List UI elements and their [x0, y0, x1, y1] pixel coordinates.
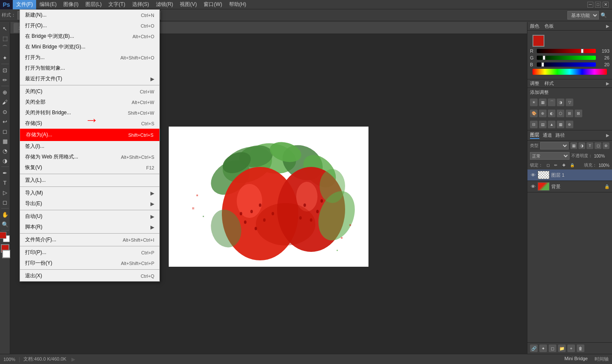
g-slider-track[interactable]: [537, 56, 596, 60]
tool-text[interactable]: T: [0, 178, 10, 187]
menu-place[interactable]: 置入(L)...: [20, 175, 159, 186]
tool-hand[interactable]: ✋: [0, 210, 10, 219]
filter-shape-icon[interactable]: ◻: [595, 142, 601, 149]
layer1-visibility-icon[interactable]: 👁: [530, 172, 536, 178]
menu-layer[interactable]: 图层(L): [82, 0, 105, 9]
menu-open-as[interactable]: 打开为... Alt+Shift+Ctrl+O: [20, 52, 159, 63]
menu-print[interactable]: 打印(P)... Ctrl+P: [20, 247, 159, 258]
color-boxes[interactable]: [0, 232, 10, 243]
r-slider-track[interactable]: [537, 49, 596, 53]
adj-colorbalance-icon[interactable]: ⊕: [539, 110, 547, 117]
tool-path-select[interactable]: ▷: [0, 188, 10, 197]
timeline-btn[interactable]: 时间轴: [595, 356, 609, 362]
menu-close[interactable]: 关闭(C) Ctrl+W: [20, 86, 159, 97]
menu-new[interactable]: 新建(N)... Ctrl+N: [20, 10, 159, 20]
spectrum-bar[interactable]: [533, 69, 607, 75]
mini-bridge-btn[interactable]: Mini Bridge: [564, 356, 588, 362]
menu-edit[interactable]: 编辑(E): [36, 0, 60, 9]
tool-marquee[interactable]: ⬚: [0, 34, 10, 43]
adj-curves-icon[interactable]: ⌒: [548, 99, 555, 106]
adj-brightness-icon[interactable]: ☀: [530, 99, 538, 106]
menu-revert[interactable]: 恢复(V) F12: [20, 162, 159, 173]
layer-item-1[interactable]: 👁 图层 1: [527, 169, 612, 181]
filter-text-icon[interactable]: T: [586, 142, 593, 149]
adj-channelmixer-icon[interactable]: ⊞: [566, 110, 573, 117]
menu-filter[interactable]: 滤镜(R): [153, 0, 177, 9]
menu-checkin[interactable]: 签入(I)...: [20, 141, 159, 152]
menu-image[interactable]: 图像(I): [60, 0, 82, 9]
menu-print-one[interactable]: 打印一份(Y) Alt+Shift+Ctrl+P: [20, 258, 159, 268]
menu-file[interactable]: 文件(F): [13, 0, 36, 9]
tool-shape[interactable]: ◻: [0, 198, 10, 207]
minimize-btn[interactable]: ─: [587, 2, 593, 8]
adj-posterize-icon[interactable]: ▤: [539, 121, 547, 128]
b-slider-track[interactable]: [537, 62, 596, 67]
tool-history-brush[interactable]: ↩: [0, 117, 10, 126]
tool-dodge[interactable]: ◑: [0, 156, 10, 165]
new-group-icon[interactable]: 📁: [558, 344, 566, 352]
styles-panel-title[interactable]: 样式: [544, 80, 554, 87]
menu-text[interactable]: 文字(T): [105, 0, 128, 9]
layer-item-bg[interactable]: 👁 背景 🔒: [527, 181, 612, 192]
menu-exit[interactable]: 退出(X) Ctrl+Q: [20, 271, 159, 281]
r-slider-thumb[interactable]: [581, 49, 584, 53]
status-expand-icon[interactable]: ▶: [71, 356, 75, 362]
search-icon[interactable]: 🔍: [601, 12, 607, 18]
menu-window[interactable]: 窗口(W): [200, 0, 225, 9]
color-preview-swatch[interactable]: [533, 35, 544, 47]
menu-export[interactable]: 导出(E) ▶: [20, 198, 159, 209]
adj-threshold-icon[interactable]: ▲: [548, 121, 555, 128]
menu-open-smart[interactable]: 打开为智能对象...: [20, 63, 159, 73]
tool-zoom[interactable]: 🔍: [0, 220, 10, 229]
lock-image-icon[interactable]: ✏: [552, 162, 559, 169]
g-slider-thumb[interactable]: [543, 56, 545, 60]
lock-all-icon[interactable]: 🔒: [569, 162, 575, 169]
tab-paths[interactable]: 路径: [555, 132, 565, 138]
tool-magic-wand[interactable]: ✦: [0, 53, 10, 62]
layer-type-filter[interactable]: [540, 142, 569, 150]
adj-exposure-icon[interactable]: ◑: [557, 99, 564, 106]
swatches-panel-title[interactable]: 色板: [544, 23, 554, 29]
image-canvas[interactable]: [169, 127, 368, 267]
color-panel-arrow[interactable]: ▶: [606, 24, 609, 28]
delete-layer-icon[interactable]: 🗑: [577, 344, 584, 352]
tool-blur[interactable]: ◔: [0, 146, 10, 155]
adj-gradient-icon[interactable]: ▦: [557, 121, 564, 128]
layerbg-visibility-icon[interactable]: 👁: [530, 183, 536, 189]
adj-vibrance-icon[interactable]: ▽: [566, 99, 573, 106]
adj-levels-icon[interactable]: ▦: [539, 99, 547, 106]
add-mask-icon[interactable]: ◻: [549, 344, 556, 352]
adj-invert-icon[interactable]: ⊟: [530, 121, 538, 128]
lock-position-icon[interactable]: ✚: [561, 162, 567, 169]
menu-scripts[interactable]: 脚本(R) ▶: [20, 222, 159, 232]
tool-gradient[interactable]: ▦: [0, 136, 10, 146]
adj-bw-icon[interactable]: ◐: [548, 110, 555, 117]
tool-move[interactable]: ↖: [0, 24, 10, 33]
menu-file-info[interactable]: 文件简介(F)... Alt+Shift+Ctrl+I: [20, 234, 159, 245]
blend-mode-select[interactable]: 正常: [530, 152, 570, 160]
maximize-btn[interactable]: □: [595, 2, 601, 8]
adj-photofilter-icon[interactable]: ⬡: [557, 110, 564, 117]
tool-crop[interactable]: ⊡: [0, 65, 10, 75]
menu-view[interactable]: 视图(V): [176, 0, 200, 9]
menu-browse-mini-bridge[interactable]: 在 Mini Bridge 中浏览(G)...: [20, 42, 159, 52]
b-slider-thumb[interactable]: [541, 62, 544, 67]
menu-save-as[interactable]: 存储为(A)... Shift+Ctrl+S: [20, 129, 159, 141]
menu-select[interactable]: 选择(S): [129, 0, 153, 9]
menu-browse-bridge[interactable]: 在 Bridge 中浏览(B)... Alt+Ctrl+O: [20, 31, 159, 42]
tool-eyedropper[interactable]: ✏: [0, 75, 10, 85]
tool-pen[interactable]: ✒: [0, 168, 10, 178]
lock-transparent-icon[interactable]: ◻: [544, 162, 551, 169]
tab-channels[interactable]: 通道: [543, 132, 552, 138]
add-style-icon[interactable]: ✦: [539, 344, 547, 352]
menu-import[interactable]: 导入(M) ▶: [20, 188, 159, 198]
tab-layers[interactable]: 图层: [530, 132, 539, 139]
menu-save-web[interactable]: 存储为 Web 所用格式... Alt+Shift+Ctrl+S: [20, 152, 159, 162]
new-layer-icon[interactable]: +: [567, 344, 575, 352]
menu-recent[interactable]: 最近打开文件(T) ▶: [20, 73, 159, 84]
workspace-select[interactable]: 基本功能: [567, 11, 599, 20]
menu-help[interactable]: 帮助(H): [226, 0, 250, 9]
tool-lasso[interactable]: ⌒: [0, 43, 10, 53]
adj-hue-icon[interactable]: 🎨: [530, 110, 538, 117]
close-btn[interactable]: ✕: [603, 2, 609, 8]
